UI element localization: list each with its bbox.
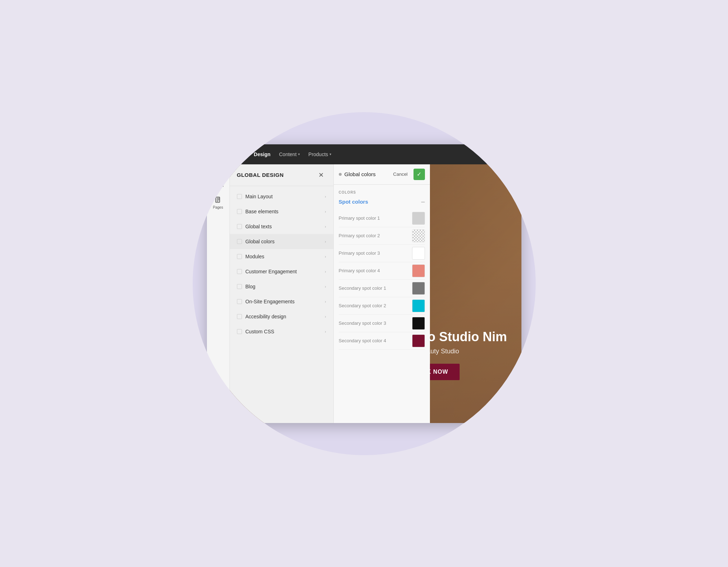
logo-icon: M: [214, 149, 226, 160]
icon-sidebar: Design Pages: [207, 164, 230, 423]
sidebar-pages-label: Pages: [213, 205, 223, 209]
menu-item-blog[interactable]: Blog ›: [230, 279, 333, 294]
panel-close-button[interactable]: ✕: [316, 170, 326, 180]
sidebar-design-label: Design: [212, 184, 223, 188]
color-swatch-secondary-3[interactable]: [412, 317, 425, 330]
browser-window: M MONO Design Content ▾ Products ▾: [207, 144, 521, 423]
color-swatch-secondary-4[interactable]: [412, 334, 425, 347]
products-chevron-icon: ▾: [330, 152, 331, 156]
checkmark-icon: ✓: [417, 171, 421, 178]
menu-item-global-texts[interactable]: Global texts ›: [230, 219, 333, 234]
menu-arrow-modules: ›: [325, 254, 326, 259]
menu-label-blog: Blog: [246, 284, 321, 289]
color-row-primary-2: Primary spot color 2: [339, 227, 425, 245]
sidebar-item-design[interactable]: Design: [209, 171, 227, 190]
color-label-primary-3: Primary spot color 3: [339, 250, 380, 256]
color-swatch-secondary-2[interactable]: [412, 299, 425, 312]
colors-panel: Global colors Cancel ✓ COLORS Spot color…: [333, 164, 430, 423]
menu-check-base-elements: [237, 209, 242, 214]
colors-panel-dot-icon: [339, 173, 342, 176]
color-row-primary-1: Primary spot color 1: [339, 210, 425, 227]
spot-colors-title: Spot colors: [339, 199, 368, 205]
menu-item-modules[interactable]: Modules ›: [230, 249, 333, 264]
svg-text:M: M: [218, 153, 221, 156]
color-swatch-primary-3[interactable]: [412, 247, 425, 260]
menu-check-blog: [237, 284, 242, 289]
color-row-primary-3: Primary spot color 3: [339, 245, 425, 262]
menu-arrow-blog: ›: [325, 284, 326, 289]
menu-arrow-accessibility: ›: [325, 314, 326, 319]
menu-label-global-colors: Global colors: [246, 239, 321, 244]
palette-icon: [214, 174, 222, 182]
color-label-primary-4: Primary spot color 4: [339, 268, 380, 273]
menu-arrow-global-texts: ›: [325, 224, 326, 229]
svg-point-2: [217, 177, 219, 179]
menu-item-global-colors[interactable]: Global colors ›: [230, 234, 333, 249]
menu-item-accessibility[interactable]: Accesibility design ›: [230, 309, 333, 324]
nav-content[interactable]: Content ▾: [279, 151, 300, 157]
menu-check-global-texts: [237, 224, 242, 229]
color-label-secondary-1: Secondary spot color 1: [339, 285, 386, 291]
menu-check-on-site: [237, 299, 242, 304]
color-label-secondary-4: Secondary spot color 4: [339, 338, 386, 343]
nav-products[interactable]: Products ▾: [308, 151, 331, 157]
menu-label-base-elements: Base elements: [246, 209, 321, 214]
content-chevron-icon: ▾: [298, 152, 300, 156]
pages-icon: [214, 196, 222, 204]
nav-design[interactable]: Design: [254, 151, 271, 157]
color-label-secondary-3: Secondary spot color 3: [339, 320, 386, 326]
menu-check-global-colors: [237, 239, 242, 244]
colors-panel-header: Global colors Cancel ✓: [334, 164, 430, 185]
cancel-button[interactable]: Cancel: [390, 170, 410, 178]
menu-item-main-layout[interactable]: Main Layout ›: [230, 189, 333, 204]
menu-check-modules: [237, 254, 242, 259]
color-label-primary-1: Primary spot color 1: [339, 215, 380, 221]
spot-colors-collapse-button[interactable]: –: [421, 198, 425, 205]
panel-header: GLOBAL DESIGN ✕: [230, 164, 333, 186]
color-row-secondary-3: Secondary spot color 3: [339, 315, 425, 332]
color-label-primary-2: Primary spot color 2: [339, 233, 380, 238]
panel-title: GLOBAL DESIGN: [237, 172, 284, 178]
nav-bar: M MONO Design Content ▾ Products ▾: [207, 144, 521, 164]
menu-arrow-main-layout: ›: [325, 194, 326, 199]
menu-item-customer-engagement[interactable]: Customer Engagement ›: [230, 264, 333, 279]
colors-section: COLORS Spot colors – Primary spot color …: [334, 185, 430, 353]
menu-label-accessibility: Accesibility design: [246, 314, 321, 319]
menu-label-main-layout: Main Layout: [246, 194, 321, 199]
spot-colors-header: Spot colors –: [339, 198, 425, 205]
confirm-button[interactable]: ✓: [413, 169, 425, 180]
colors-panel-title: Global colors: [345, 171, 388, 177]
menu-check-custom-css: [237, 329, 242, 334]
global-design-panel: GLOBAL DESIGN ✕ Main Layout › Base eleme…: [230, 164, 333, 423]
color-swatch-primary-2[interactable]: [412, 229, 425, 242]
menu-arrow-custom-css: ›: [325, 329, 326, 334]
menu-check-customer-engagement: [237, 269, 242, 274]
colors-section-label: COLORS: [339, 190, 425, 194]
menu-label-on-site: On-Site Engagements: [246, 299, 321, 304]
color-label-secondary-2: Secondary spot color 2: [339, 303, 386, 308]
color-swatch-primary-1[interactable]: [412, 212, 425, 225]
color-row-secondary-2: Secondary spot color 2: [339, 297, 425, 315]
main-area: Design Pages: [207, 164, 521, 423]
color-row-primary-4: Primary spot color 4: [339, 262, 425, 280]
menu-item-on-site[interactable]: On-Site Engagements ›: [230, 294, 333, 309]
menu-arrow-customer-engagement: ›: [325, 269, 326, 274]
outer-circle: M MONO Design Content ▾ Products ▾: [193, 112, 536, 455]
menu-check-accessibility: [237, 314, 242, 319]
menu-label-customer-engagement: Customer Engagement: [246, 269, 321, 274]
logo-area: M MONO: [214, 149, 246, 160]
menu-arrow-global-colors: ›: [325, 239, 326, 244]
menu-check-main-layout: [237, 194, 242, 199]
menu-label-global-texts: Global texts: [246, 224, 321, 229]
color-row-secondary-1: Secondary spot color 1: [339, 280, 425, 297]
menu-arrow-on-site: ›: [325, 299, 326, 304]
menu-item-custom-css[interactable]: Custom CSS ›: [230, 324, 333, 339]
panel-menu: Main Layout › Base elements › Global tex…: [230, 186, 333, 423]
menu-item-base-elements[interactable]: Base elements ›: [230, 204, 333, 219]
color-swatch-primary-4[interactable]: [412, 264, 425, 277]
logo-text: MONO: [228, 151, 246, 157]
color-swatch-secondary-1[interactable]: [412, 282, 425, 295]
menu-arrow-base-elements: ›: [325, 209, 326, 214]
sidebar-item-pages[interactable]: Pages: [209, 193, 227, 212]
menu-label-custom-css: Custom CSS: [246, 329, 321, 334]
